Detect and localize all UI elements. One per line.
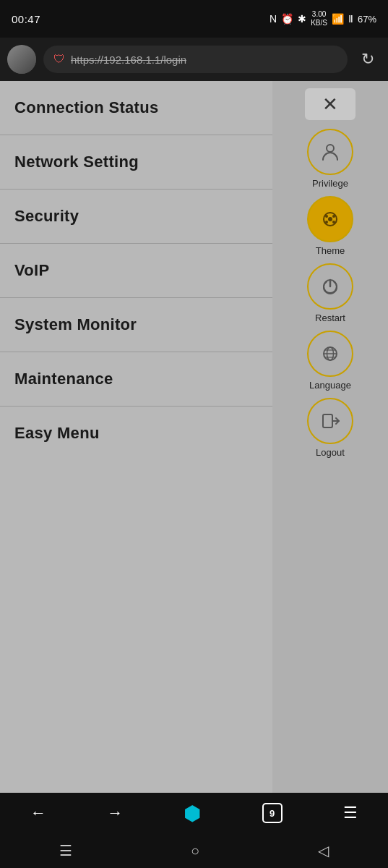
svg-point-5 <box>332 221 335 224</box>
close-icon: ✕ <box>322 93 338 116</box>
avatar <box>7 45 36 74</box>
time: 00:47 <box>12 13 40 25</box>
wifi-icon: 📶 <box>332 13 344 25</box>
restart-button[interactable]: Restart <box>307 263 353 323</box>
power-icon <box>319 276 341 297</box>
person-icon <box>319 141 341 163</box>
hamburger-icon: ☰ <box>343 804 358 822</box>
menu-item-label: Easy Menu <box>14 424 100 442</box>
reload-icon: ↻ <box>361 50 374 69</box>
logout-label: Logout <box>316 447 345 458</box>
language-circle <box>307 331 353 377</box>
privilege-label: Privilege <box>312 178 348 189</box>
logout-icon <box>319 410 341 432</box>
main-content: Connection Status Network Setting Securi… <box>0 81 388 793</box>
svg-rect-14 <box>323 414 332 427</box>
system-nav: ☰ ○ ◁ <box>0 833 388 868</box>
url-text: https://192.168.1.1/login <box>71 54 186 66</box>
restart-circle <box>307 263 353 310</box>
bottom-nav: ← → ⬢ 9 ☰ <box>0 793 388 833</box>
forward-icon: → <box>107 804 123 822</box>
palette-icon <box>319 208 341 230</box>
svg-point-2 <box>325 215 328 218</box>
system-back-button[interactable]: ◁ <box>312 836 335 865</box>
close-button[interactable]: ✕ <box>305 88 355 120</box>
avatar-image <box>7 45 36 74</box>
menu-item-system-monitor[interactable]: System Monitor <box>0 298 272 352</box>
menu-item-label: Security <box>14 207 79 225</box>
system-back-icon: ◁ <box>318 842 329 859</box>
system-home-icon: ○ <box>191 843 199 859</box>
url-bar[interactable]: 🛡 https://192.168.1.1/login <box>43 46 348 73</box>
security-shield-icon: 🛡 <box>53 53 65 66</box>
menu-item-easy-menu[interactable]: Easy Menu <box>0 407 272 460</box>
globe-icon <box>319 343 341 365</box>
back-icon: ← <box>30 804 46 822</box>
network-speed: 3.00 KB/S <box>311 10 327 27</box>
system-home-button[interactable]: ○ <box>185 837 205 865</box>
menu-item-label: Maintenance <box>14 370 113 388</box>
tabs-button[interactable]: 9 <box>251 797 294 829</box>
right-panel: ✕ Privilege <box>272 81 388 793</box>
menu-item-voip[interactable]: VoIP <box>0 244 272 298</box>
tabs-badge: 9 <box>262 803 283 823</box>
status-bar: 00:47 N ⏰ ✱ 3.00 KB/S 📶 Ⅱ 67% <box>0 0 388 38</box>
signal-icon: Ⅱ <box>348 13 353 25</box>
battery-level: 67% <box>358 14 376 25</box>
home-button[interactable]: ⬢ <box>172 796 212 831</box>
theme-circle <box>307 196 353 242</box>
theme-label: Theme <box>316 245 345 256</box>
svg-point-3 <box>332 215 335 218</box>
back-button[interactable]: ← <box>19 798 58 828</box>
browser-menu-button[interactable]: ☰ <box>332 798 369 828</box>
browser-bar: 🛡 https://192.168.1.1/login ↻ <box>0 38 388 81</box>
status-icons: N ⏰ ✱ 3.00 KB/S 📶 Ⅱ 67% <box>270 10 376 27</box>
logout-button[interactable]: Logout <box>307 398 353 458</box>
menu-item-label: System Monitor <box>14 315 137 333</box>
menu-item-security[interactable]: Security <box>0 190 272 244</box>
restart-label: Restart <box>315 312 345 323</box>
tabs-count: 9 <box>270 808 275 819</box>
privilege-button[interactable]: Privilege <box>307 129 353 189</box>
menu-item-label: VoIP <box>14 261 49 279</box>
left-menu: Connection Status Network Setting Securi… <box>0 81 272 793</box>
tabs-badge-box: 9 <box>262 803 283 823</box>
privilege-circle <box>307 129 353 175</box>
language-label: Language <box>309 380 351 391</box>
svg-point-0 <box>327 145 334 152</box>
menu-item-network-setting[interactable]: Network Setting <box>0 135 272 190</box>
system-menu-button[interactable]: ☰ <box>53 836 78 865</box>
nfc-icon: N <box>270 13 277 25</box>
menu-item-label: Connection Status <box>14 98 158 116</box>
svg-point-4 <box>325 221 328 224</box>
forward-button[interactable]: → <box>95 798 134 828</box>
reload-button[interactable]: ↻ <box>355 46 381 72</box>
menu-item-maintenance[interactable]: Maintenance <box>0 352 272 407</box>
language-button[interactable]: Language <box>307 331 353 391</box>
svg-point-6 <box>328 217 332 221</box>
home-icon: ⬢ <box>184 801 201 825</box>
bluetooth-icon: ✱ <box>298 13 306 25</box>
logout-circle <box>307 398 353 444</box>
system-menu-icon: ☰ <box>59 842 72 859</box>
theme-button[interactable]: Theme <box>307 196 353 256</box>
alarm-icon: ⏰ <box>281 13 293 25</box>
menu-item-connection-status[interactable]: Connection Status <box>0 81 272 135</box>
menu-item-label: Network Setting <box>14 153 139 171</box>
